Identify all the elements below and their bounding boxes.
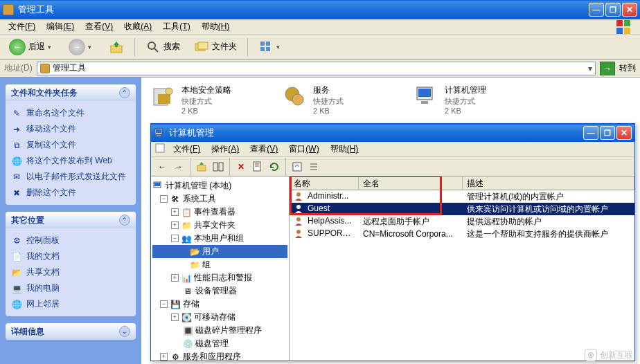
admin-tools-icon xyxy=(40,64,50,73)
close-button[interactable]: ✕ xyxy=(622,3,637,17)
col-name[interactable]: 名称 xyxy=(290,176,359,190)
forward-arrow-icon: → xyxy=(69,39,85,55)
user-row[interactable]: Guest供来宾访问计算机或访问域的内置帐户 xyxy=(290,203,634,215)
user-row[interactable]: SUPPORT_3...CN=Microsoft Corpora...这是一个帮… xyxy=(290,228,634,240)
user-icon xyxy=(294,216,305,227)
folder-icon: 📂 xyxy=(189,246,200,257)
sidebar-task[interactable]: ✉以电子邮件形式发送此文件 xyxy=(11,169,130,185)
minimize-button[interactable]: — xyxy=(589,3,604,17)
file-item[interactable]: 本地安全策略快捷方式2 KB xyxy=(151,84,255,115)
chevron-down-icon[interactable]: ▾ xyxy=(588,64,592,73)
diskmgmt-icon: 💿 xyxy=(182,338,193,349)
collapse-icon[interactable]: ⌃ xyxy=(119,215,130,226)
sidebar-task[interactable]: ✎重命名这个文件 xyxy=(11,105,130,121)
sidebar-place[interactable]: 💻我的电脑 xyxy=(11,280,130,296)
sidebar-place[interactable]: 📄我的文档 xyxy=(11,248,130,264)
menu-fav[interactable]: 收藏(A) xyxy=(120,19,156,34)
sidebar-place[interactable]: 📂共享文档 xyxy=(11,264,130,280)
inner-menu-help[interactable]: 帮助(H) xyxy=(326,142,363,156)
col-fullname[interactable]: 全名 xyxy=(359,176,463,190)
close-button[interactable]: ✕ xyxy=(616,126,632,140)
menu-help[interactable]: 帮助(H) xyxy=(197,19,234,34)
chevron-down-icon: ▾ xyxy=(276,44,283,51)
collapse-toggle[interactable]: − xyxy=(171,235,179,242)
file-item[interactable]: 计算机管理快捷方式2 KB xyxy=(414,84,518,115)
mmc-tree[interactable]: 计算机管理 (本地) −🛠系统工具 +📋事件查看器 +📁共享文件夹 −👥本地用户… xyxy=(151,176,290,361)
go-label: 转到 xyxy=(619,62,636,74)
show-hide-icon[interactable] xyxy=(211,160,225,174)
menu-view[interactable]: 查看(V) xyxy=(81,19,117,34)
expand-toggle[interactable]: + xyxy=(160,353,168,361)
local-users-icon: 👥 xyxy=(181,233,192,244)
nav-back-icon[interactable]: ← xyxy=(155,160,169,174)
svg-rect-36 xyxy=(154,183,160,186)
properties-icon[interactable] xyxy=(251,160,265,174)
sidebar-task[interactable]: ✖删除这个文件 xyxy=(11,185,130,201)
address-field[interactable]: 管理工具 ▾ xyxy=(37,62,596,75)
shortcut-icon xyxy=(283,84,308,109)
folders-button[interactable]: 文件夹 xyxy=(189,37,242,57)
restore-button[interactable]: ❐ xyxy=(600,126,615,140)
svg-rect-9 xyxy=(260,42,265,46)
minimize-button[interactable]: — xyxy=(583,126,598,140)
expand-toggle[interactable]: + xyxy=(171,221,179,229)
list-icon[interactable] xyxy=(307,160,321,174)
inner-menu-action[interactable]: 操作(A) xyxy=(207,142,243,156)
move-icon: ➜ xyxy=(11,124,22,135)
svg-point-37 xyxy=(296,192,301,197)
user-icon xyxy=(294,191,305,202)
user-icon xyxy=(294,228,305,239)
shortcut-icon xyxy=(414,84,439,109)
sidebar-place[interactable]: ⚙控制面板 xyxy=(11,233,130,248)
up-button[interactable] xyxy=(104,37,129,57)
collapse-toggle[interactable]: − xyxy=(160,300,168,308)
level-up-icon[interactable] xyxy=(195,160,208,174)
collapse-icon[interactable]: ⌃ xyxy=(119,87,130,98)
sidebar-task[interactable]: ⧉复制这个文件 xyxy=(11,137,130,153)
windows-logo-icon xyxy=(616,20,636,34)
expand-toggle[interactable]: + xyxy=(171,274,179,282)
inner-menu-window[interactable]: 窗口(W) xyxy=(285,142,323,156)
expand-toggle[interactable]: + xyxy=(171,313,179,321)
views-button[interactable]: ▾ xyxy=(254,37,288,57)
menu-tools[interactable]: 工具(T) xyxy=(159,19,194,34)
expand-toggle[interactable]: + xyxy=(171,208,179,216)
sidebar-task[interactable]: 🌐将这个文件发布到 Web xyxy=(11,153,130,169)
email-icon: ✉ xyxy=(11,172,22,183)
search-button[interactable]: 搜索 xyxy=(141,37,185,57)
user-row[interactable]: HelpAssis...远程桌面助手帐户提供远程协助的帐户 xyxy=(290,215,634,228)
sidebar-task[interactable]: ➜移动这个文件 xyxy=(11,121,130,137)
collapse-toggle[interactable]: − xyxy=(160,195,168,203)
expand-icon[interactable]: ⌄ xyxy=(119,326,130,337)
inner-menu-view[interactable]: 查看(V) xyxy=(246,142,282,156)
svg-point-17 xyxy=(292,94,303,105)
svg-point-38 xyxy=(296,205,301,209)
export-icon[interactable] xyxy=(290,160,304,174)
delete-x-icon[interactable]: ✕ xyxy=(234,160,248,174)
cp-icon: ⚙ xyxy=(11,235,22,246)
inner-menubar: 文件(F) 操作(A) 查看(V) 窗口(W) 帮助(H) xyxy=(151,142,634,157)
tree-node-groups[interactable]: 📁组 xyxy=(152,258,287,271)
tree-node-users[interactable]: 📂用户 xyxy=(152,245,287,258)
svg-rect-3 xyxy=(624,28,630,34)
svg-rect-27 xyxy=(219,163,223,171)
back-button[interactable]: ← 后退 ▾ xyxy=(4,37,60,57)
services-icon: ⚙ xyxy=(170,352,181,361)
refresh-icon[interactable] xyxy=(267,160,281,174)
file-item[interactable]: 服务快捷方式2 KB xyxy=(283,84,386,115)
maximize-button[interactable]: ❐ xyxy=(605,3,621,17)
inner-menu-file[interactable]: 文件(F) xyxy=(169,142,204,156)
sidebar-place[interactable]: 🌐网上邻居 xyxy=(11,296,130,312)
net-icon: 🌐 xyxy=(11,299,22,310)
nav-fwd-icon[interactable]: → xyxy=(172,160,186,174)
menu-edit[interactable]: 编辑(E) xyxy=(42,19,78,34)
svg-rect-24 xyxy=(156,144,164,152)
go-button[interactable]: → xyxy=(600,62,615,75)
menu-file[interactable]: 文件(F) xyxy=(4,19,39,34)
chevron-down-icon: ▾ xyxy=(88,44,95,51)
user-row[interactable]: Administr...管理计算机(域)的内置帐户 xyxy=(290,190,634,203)
copy-icon: ⧉ xyxy=(11,140,22,151)
col-desc[interactable]: 描述 xyxy=(463,176,634,190)
forward-button[interactable]: → ▾ xyxy=(64,37,100,57)
chevron-down-icon: ▾ xyxy=(48,44,55,51)
